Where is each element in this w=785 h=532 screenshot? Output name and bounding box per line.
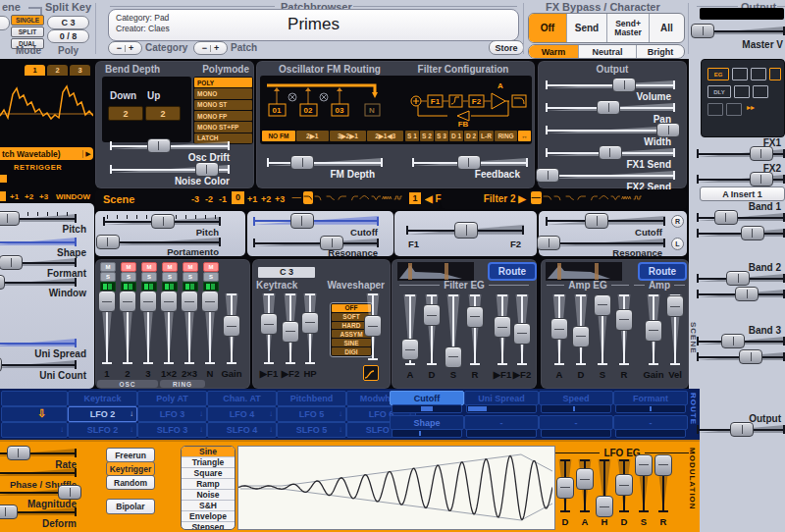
filter2-type-bp-icon[interactable] <box>599 191 609 204</box>
keytrack-hp-fader[interactable] <box>302 292 318 366</box>
category-plus-button[interactable]: + <box>129 43 133 53</box>
slider-handle[interactable] <box>721 334 745 348</box>
osc-drift-slider[interactable] <box>110 139 230 152</box>
mixer-solo-2[interactable]: S <box>121 272 136 282</box>
mod-slot-empty-1[interactable]: - <box>464 415 539 430</box>
lfo-rate-slider[interactable] <box>0 447 77 459</box>
matrix-corner-cell-2[interactable]: ⇩ <box>1 406 68 422</box>
lfo-shape-ramp[interactable]: Ramp <box>182 479 235 490</box>
filter1-type-off-icon[interactable] <box>291 191 302 204</box>
slider-handle[interactable] <box>96 235 120 249</box>
partial-edge-control[interactable] <box>0 16 10 30</box>
slider-handle[interactable] <box>741 226 764 240</box>
slider-handle[interactable] <box>597 100 620 115</box>
patch-plus-button[interactable]: + <box>214 43 219 53</box>
fx-insert-selector[interactable]: A Insert 1 <box>700 186 785 201</box>
slider-handle[interactable] <box>556 477 574 499</box>
mixer-mute-1[interactable]: M <box>100 262 116 272</box>
slider-handle[interactable] <box>730 422 754 437</box>
slider-handle[interactable] <box>654 454 672 476</box>
fx-grid-box[interactable] <box>753 85 768 98</box>
polymode-mono-st[interactable]: MONO ST <box>194 100 252 110</box>
slider-handle[interactable] <box>454 222 478 239</box>
bend-up-value[interactable]: 2 <box>145 106 181 121</box>
filter-eg-sustain-fader[interactable] <box>445 293 461 367</box>
band3-param-slider-1[interactable] <box>697 335 785 347</box>
lfo-shape-stepseq[interactable]: Stepseq <box>182 522 235 530</box>
band3-param-slider-2[interactable] <box>697 350 785 363</box>
slider-handle[interactable] <box>201 291 219 312</box>
fx-grid-box[interactable] <box>726 103 742 116</box>
polymode-mono-stfp[interactable]: MONO ST+FP <box>194 122 252 132</box>
mode-single-button[interactable]: SINGLE <box>11 15 44 26</box>
filter-eg-attack-fader[interactable] <box>402 293 418 367</box>
slider-handle[interactable] <box>445 346 462 368</box>
slider-handle[interactable] <box>645 320 662 342</box>
octave-minus1[interactable]: -1 <box>219 194 227 204</box>
slider-handle[interactable] <box>666 295 684 317</box>
osc-tab-2[interactable]: 2 <box>47 65 68 76</box>
slider-handle[interactable] <box>750 146 773 161</box>
octave-plus2[interactable]: +2 <box>25 192 33 201</box>
fx-grid-box[interactable] <box>732 68 748 80</box>
fx-grid-box[interactable] <box>734 85 750 98</box>
character-neutral-button[interactable]: Neutral <box>579 45 637 58</box>
fm-route-2to1[interactable]: 2▶1 <box>296 131 329 141</box>
filter-eg-f2depth-fader[interactable] <box>514 293 530 367</box>
mod-slot-cutoff[interactable]: Cutoff <box>390 391 464 405</box>
matrix-header-polyat[interactable]: Poly AT <box>137 391 207 406</box>
lfo-random-button[interactable]: Random <box>106 475 155 490</box>
width-slider[interactable] <box>546 124 675 136</box>
lfo-waveform-display[interactable] <box>237 446 555 530</box>
slider-handle[interactable] <box>364 315 382 337</box>
fx-bypass-all-button[interactable]: All <box>650 14 684 42</box>
filter2-type-hp24-icon[interactable] <box>588 191 599 204</box>
slider-handle[interactable] <box>576 468 594 490</box>
band1-param-slider-1[interactable] <box>697 211 785 224</box>
mod-depth-bar-empty-3[interactable] <box>615 429 686 438</box>
fm-depth-slider[interactable] <box>267 156 383 169</box>
octave-plus3[interactable]: +3 <box>39 192 48 201</box>
pan-slider[interactable] <box>546 101 675 114</box>
mixer-mute-3[interactable]: M <box>141 262 157 272</box>
lfo-eg-hold-fader[interactable] <box>597 457 612 514</box>
filter1-type-hp12-icon[interactable] <box>337 191 347 204</box>
mod-slot-empty-3[interactable]: - <box>613 415 688 430</box>
osc-tab-1[interactable]: 1 <box>25 65 45 76</box>
mixer-solo-ring12[interactable]: S <box>162 272 178 282</box>
fx-bypass-sendmaster-button[interactable]: Send+ Master <box>607 14 650 42</box>
fx-bypass-off-button[interactable]: Off <box>529 14 567 42</box>
octave-plus1[interactable]: +1 <box>10 192 19 201</box>
fcfg-d2[interactable]: D 2 <box>464 131 478 141</box>
filter-eg-route-button[interactable]: Route <box>488 262 537 281</box>
mod-depth-bar-cutoff[interactable] <box>392 404 462 413</box>
filter1-unit-badge[interactable]: 1 <box>409 192 421 204</box>
slider-handle[interactable] <box>423 304 441 326</box>
slider-handle[interactable] <box>615 474 633 496</box>
mod-depth-bar-speed[interactable] <box>541 404 611 413</box>
lfo-shape-envelope[interactable]: Envelope <box>182 511 235 522</box>
lfo-eg-release-fader[interactable] <box>655 457 671 514</box>
slider-handle[interactable] <box>147 138 171 153</box>
slider-handle[interactable] <box>119 291 136 312</box>
fm-route-3to2to1[interactable]: 3▶2▶1 <box>330 131 367 141</box>
matrix-source-slfo3[interactable]: SLFO 3↓ <box>137 422 207 438</box>
fx2-send-slider[interactable] <box>546 169 675 182</box>
slider-handle[interactable] <box>572 326 590 347</box>
keytrack-root-display[interactable]: C 3 <box>258 267 315 278</box>
slider-handle[interactable] <box>615 309 633 331</box>
matrix-corner-cell-1[interactable] <box>1 391 68 406</box>
lfo-keytrigger-button[interactable]: Keytrigger <box>106 461 155 476</box>
slider-handle[interactable] <box>181 291 198 312</box>
filter2-type-comb-icon[interactable] <box>621 191 632 204</box>
slider-handle[interactable] <box>139 291 157 312</box>
waveshaper-curve-button[interactable] <box>363 365 379 381</box>
mixer-mute-noise[interactable]: M <box>203 262 219 272</box>
amp-vel-fader[interactable] <box>667 293 683 367</box>
octave-zero-selected[interactable]: 0 <box>232 191 244 204</box>
mod-slot-unispread[interactable]: Uni Spread <box>464 391 539 405</box>
feedback-slider[interactable] <box>412 156 528 169</box>
slider-handle[interactable] <box>301 312 319 334</box>
filter2-type-lp12-icon[interactable] <box>543 191 553 204</box>
mixer-fader-3[interactable] <box>140 292 156 366</box>
